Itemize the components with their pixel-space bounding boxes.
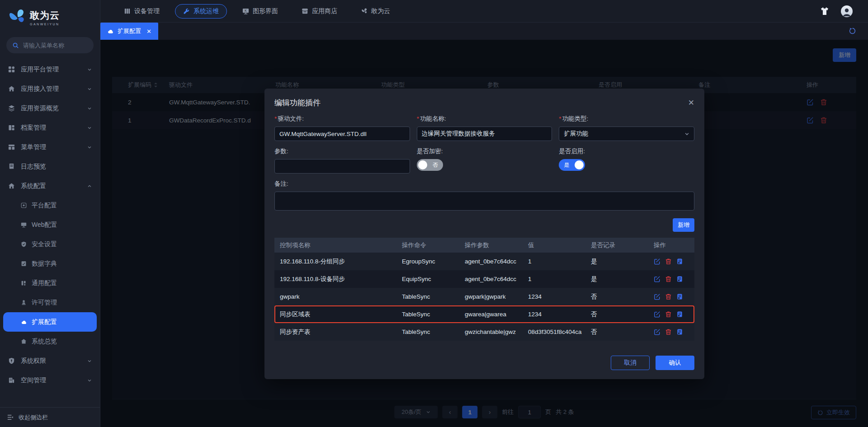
control-table-row[interactable]: 192.168.110.8-分组同步 EgroupSync agent_0be7… xyxy=(274,253,694,270)
copy-icon[interactable] xyxy=(676,276,684,283)
sidebar-item-app-resources[interactable]: 应用资源概览 xyxy=(0,99,100,118)
sidebar-item-system-permissions[interactable]: 系统权限 xyxy=(0,351,100,371)
chevron-down-icon xyxy=(87,67,92,72)
edit-icon[interactable] xyxy=(654,311,661,318)
collapse-sidebar-button[interactable]: 收起侧边栏 xyxy=(0,407,100,427)
col-recorded: 是否记录 xyxy=(585,241,648,249)
screen-icon: K xyxy=(242,8,249,14)
nav-graphic-interface[interactable]: K 图形界面 xyxy=(234,4,286,19)
tab-close-icon[interactable]: ✕ xyxy=(146,28,151,35)
building-icon xyxy=(8,377,15,384)
edit-icon[interactable] xyxy=(654,276,661,283)
sidebar-item-archives[interactable]: 档案管理 xyxy=(0,118,100,137)
search-input[interactable] xyxy=(23,42,86,49)
sidebar-item-system-config[interactable]: 系统配置 xyxy=(0,176,100,196)
enabled-label: 是否启用: xyxy=(559,147,694,155)
enabled-toggle[interactable]: 是 xyxy=(559,159,585,171)
sidebar-subitem-platform-config[interactable]: 平台配置 xyxy=(0,196,100,215)
col-operation-params: 操作参数 xyxy=(459,241,523,249)
theme-tshirt-icon[interactable] xyxy=(819,6,830,17)
copy-icon[interactable] xyxy=(676,311,684,318)
stamp-icon xyxy=(21,300,27,306)
top-navigation: 设备管理 系统运维 K 图形界面 应用商店 敢为云 xyxy=(100,0,868,23)
nav-device-management[interactable]: 设备管理 xyxy=(116,4,168,19)
nav-app-store[interactable]: 应用商店 xyxy=(293,4,345,19)
nav-system-operations[interactable]: 系统运维 xyxy=(175,4,227,19)
params-input[interactable] xyxy=(274,159,410,174)
edit-icon[interactable] xyxy=(654,328,661,336)
col-operations: 操作 xyxy=(648,241,694,249)
sidebar-subitem-license[interactable]: 许可管理 xyxy=(0,293,100,312)
close-icon[interactable]: ✕ xyxy=(688,99,694,107)
chevron-up-icon xyxy=(87,184,92,188)
home-icon xyxy=(21,338,27,345)
col-value: 值 xyxy=(523,241,585,249)
sidebar-subitem-web-config[interactable]: Web配置 xyxy=(0,215,100,235)
cloud-icon xyxy=(107,28,114,35)
driver-file-input[interactable] xyxy=(274,127,410,141)
brand-subtitle: GANWEIYUN xyxy=(30,23,60,26)
butterfly-icon xyxy=(361,8,368,14)
delete-icon[interactable] xyxy=(665,293,672,300)
copy-icon[interactable] xyxy=(676,258,684,265)
remark-label: 备注: xyxy=(274,180,694,188)
driver-file-label: *驱动文件: xyxy=(274,115,410,123)
sidebar-item-app-platform[interactable]: 应用平台管理 xyxy=(0,60,100,79)
params-label: 参数: xyxy=(274,147,410,155)
tab-extension-config[interactable]: 扩展配置 ✕ xyxy=(100,23,158,40)
user-avatar[interactable] xyxy=(841,5,853,17)
modal-title: 编辑功能插件 xyxy=(274,98,321,108)
nav-ganweiyun[interactable]: 敢为云 xyxy=(353,4,398,19)
sliders-icon xyxy=(21,280,27,286)
home-icon xyxy=(8,85,15,93)
function-type-label: *功能类型: xyxy=(559,115,694,123)
copy-icon[interactable] xyxy=(676,293,684,300)
delete-icon[interactable] xyxy=(665,311,672,318)
delete-icon[interactable] xyxy=(665,328,672,336)
topbar-right xyxy=(819,5,868,17)
butterfly-logo-icon xyxy=(7,8,26,27)
encrypted-toggle[interactable]: 否 xyxy=(417,159,443,171)
confirm-button[interactable]: 确认 xyxy=(656,356,694,370)
gear-square-icon xyxy=(21,202,27,209)
control-table-row-highlighted[interactable]: 同步区域表 TableSync gwarea|gwarea 1234 否 xyxy=(274,305,694,323)
sidebar-item-space-management[interactable]: 空间管理 xyxy=(0,371,100,390)
add-control-item-button[interactable]: 新增 xyxy=(673,218,694,232)
sidebar-subitem-extension-config[interactable]: 扩展配置 xyxy=(3,312,97,332)
sidebar-subitem-system-overview[interactable]: 系统总览 xyxy=(0,332,100,351)
menu-search[interactable] xyxy=(6,37,94,53)
edit-icon[interactable] xyxy=(654,258,661,265)
cancel-button[interactable]: 取消 xyxy=(611,356,650,370)
brand-name: 敢为云 xyxy=(30,9,60,22)
remark-textarea[interactable] xyxy=(274,192,694,211)
edit-plugin-modal: 编辑功能插件 ✕ *驱动文件: *功能名称: *功能类型: xyxy=(264,89,704,379)
sidebar-subitem-dictionary[interactable]: 数据字典 xyxy=(0,254,100,273)
edit-icon[interactable] xyxy=(654,293,661,300)
sidebar-item-menus[interactable]: 菜单管理 xyxy=(0,137,100,157)
grid-icon xyxy=(8,66,15,73)
brand-logo: 敢为云 GANWEIYUN xyxy=(0,0,100,34)
copy-icon[interactable] xyxy=(676,328,684,336)
collapse-icon xyxy=(7,414,14,421)
control-table-row[interactable]: 192.168.110.8-设备同步 EquipSync agent_0be7c… xyxy=(274,270,694,288)
control-table-row[interactable]: gwpark TableSync gwpark|gwpark 1234 否 xyxy=(274,288,694,305)
wrench-icon xyxy=(183,8,190,14)
sidebar-subitem-general-config[interactable]: 通用配置 xyxy=(0,273,100,293)
refresh-icon[interactable] xyxy=(849,27,856,35)
function-name-label: *功能名称: xyxy=(417,115,552,123)
control-table-row[interactable]: 同步资产表 TableSync gwzichantable|gwz 08d3f3… xyxy=(274,323,694,341)
sidebar-subitem-security[interactable]: 安全设置 xyxy=(0,235,100,254)
tab-bar: 扩展配置 ✕ xyxy=(100,23,868,40)
function-type-select[interactable]: 扩展功能 xyxy=(559,127,694,141)
delete-icon[interactable] xyxy=(665,258,672,265)
function-name-input[interactable] xyxy=(417,127,552,141)
sidebar: 敢为云 GANWEIYUN 应用平台管理 应用接入管理 应 xyxy=(0,0,100,427)
control-items-table: 控制项名称 操作命令 操作参数 值 是否记录 操作 192.168.110.8-… xyxy=(274,238,694,341)
cloud-icon xyxy=(21,319,27,325)
delete-icon[interactable] xyxy=(665,276,672,283)
book-icon xyxy=(21,261,27,267)
sidebar-item-logs[interactable]: 日志预览 xyxy=(0,157,100,176)
chevron-down-icon xyxy=(87,145,92,150)
document-icon xyxy=(8,163,15,170)
sidebar-item-app-access[interactable]: 应用接入管理 xyxy=(0,79,100,99)
